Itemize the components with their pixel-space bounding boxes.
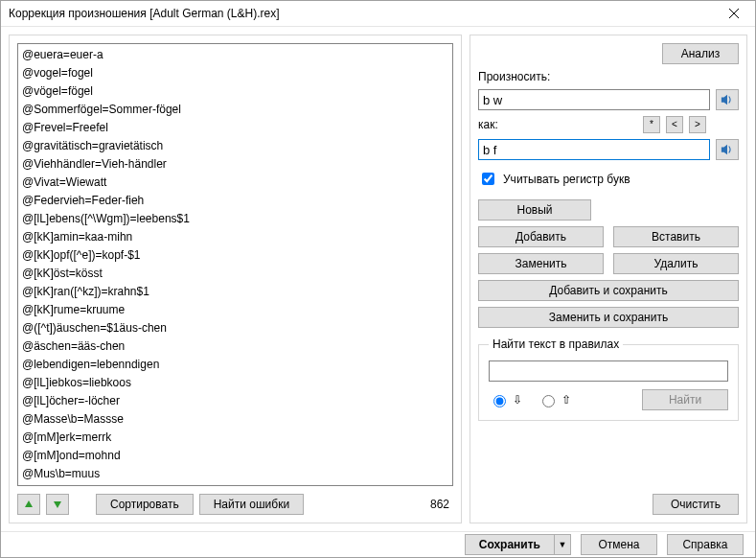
list-item[interactable]: @gravitätisch=gravietätisch: [22, 137, 448, 155]
list-item[interactable]: @[kK]öst=kösst: [22, 265, 448, 283]
list-item[interactable]: @[kK]ran([^kz])=krahn$1: [22, 283, 448, 301]
titlebar: Коррекция произношения [Adult German (L&…: [1, 1, 755, 27]
list-item[interactable]: @[kK]rume=kruume: [22, 301, 448, 319]
arrow-down-icon: [53, 500, 62, 509]
pronounce-input[interactable]: [478, 89, 710, 110]
case-sensitive-label[interactable]: Учитывать регистр букв: [503, 173, 630, 186]
add-button[interactable]: Добавить: [478, 226, 604, 247]
close-button[interactable]: [715, 1, 753, 26]
list-item[interactable]: @Masse\b=Massse: [22, 410, 448, 429]
arrow-up-icon: [24, 500, 34, 509]
search-down-radio-input[interactable]: [493, 395, 506, 407]
as-input[interactable]: [478, 139, 710, 160]
case-sensitive-checkbox[interactable]: [482, 173, 494, 185]
svg-marker-4: [722, 95, 727, 105]
find-group: Найти текст в правилах ⇩ ⇧ Найти: [478, 337, 739, 421]
window-title: Коррекция произношения [Adult German (L&…: [9, 7, 715, 20]
list-item[interactable]: @[kK]opf([^e])=kopf-$1: [22, 246, 448, 265]
replace-save-button[interactable]: Заменить и сохранить: [478, 307, 739, 328]
pronounce-label: Произносить:: [478, 70, 739, 83]
speaker-icon: [721, 93, 734, 106]
list-item[interactable]: @Vivat=Wiewatt: [22, 174, 448, 192]
dialog-window: Коррекция произношения [Adult German (L&…: [0, 0, 756, 558]
list-item[interactable]: @Viehhändler=Vieh-händler: [22, 155, 448, 174]
list-item[interactable]: @äschen=ääs-chen: [22, 337, 448, 356]
list-item[interactable]: @Frevel=Freefel: [22, 119, 448, 137]
list-item[interactable]: @Sommerfögel=Sommer-fögel: [22, 101, 448, 119]
speak-as-button[interactable]: [716, 139, 739, 160]
list-item[interactable]: @Mus\b=muus: [22, 465, 448, 483]
list-item[interactable]: @euera=euer-a: [22, 46, 448, 64]
list-item[interactable]: @[kK]amin=kaa-mihn: [22, 228, 448, 246]
delete-button[interactable]: Удалить: [613, 253, 739, 274]
search-up-radio[interactable]: ⇧: [538, 392, 571, 407]
cancel-button[interactable]: Отмена: [581, 534, 657, 555]
list-item[interactable]: @lebendigen=lebenndigen: [22, 356, 448, 374]
next-button[interactable]: >: [689, 116, 706, 133]
as-label: как:: [478, 118, 498, 131]
clear-button[interactable]: Очистить: [653, 494, 739, 515]
find-input[interactable]: [489, 360, 728, 382]
list-item[interactable]: @vögel=fögel: [22, 82, 448, 101]
list-item[interactable]: @Federvieh=Feder-fieh: [22, 192, 448, 210]
new-button[interactable]: Новый: [478, 199, 591, 221]
content-area: @euera=euer-a@vogel=fogel@vögel=fögel@So…: [1, 27, 755, 531]
footer-bar: Сохранить ▼ Отмена Справка: [1, 531, 755, 557]
svg-marker-5: [722, 145, 727, 155]
find-button[interactable]: Найти: [642, 389, 728, 410]
left-pane: @euera=euer-a@vogel=fogel@vögel=fögel@So…: [9, 35, 462, 523]
save-dropdown[interactable]: ▼: [554, 534, 571, 555]
speaker-icon: [721, 143, 734, 156]
speak-pronounce-button[interactable]: [716, 89, 739, 110]
list-item[interactable]: @[lL]iebkos=liebkoos: [22, 374, 448, 392]
svg-marker-3: [54, 501, 61, 508]
analysis-button[interactable]: Анализ: [662, 43, 739, 64]
find-group-legend: Найти текст в правилах: [489, 337, 623, 351]
search-down-radio[interactable]: ⇩: [489, 392, 522, 407]
sort-button[interactable]: Сортировать: [96, 494, 194, 515]
rules-listbox[interactable]: @euera=euer-a@vogel=fogel@vögel=fögel@So…: [17, 43, 453, 486]
list-item[interactable]: @([^t])äuschen=$1äus-chen: [22, 319, 448, 337]
find-errors-button[interactable]: Найти ошибки: [199, 494, 304, 515]
prev-button[interactable]: <: [666, 116, 683, 133]
regex-helper-button[interactable]: *: [643, 116, 660, 133]
search-up-radio-input[interactable]: [542, 395, 555, 407]
arrow-down-icon: ⇩: [513, 393, 522, 407]
list-item[interactable]: @[mM]ond=mohnd: [22, 447, 448, 465]
replace-button[interactable]: Заменить: [478, 253, 604, 274]
help-button[interactable]: Справка: [667, 534, 744, 555]
list-item[interactable]: @[lL]öcher=-löcher: [22, 392, 448, 410]
close-icon: [729, 9, 739, 18]
list-item[interactable]: @vogel=fogel: [22, 64, 448, 82]
rules-count: 862: [430, 498, 449, 511]
save-split-button[interactable]: Сохранить ▼: [465, 534, 571, 555]
arrow-up-icon: ⇧: [561, 393, 571, 407]
move-down-button[interactable]: [46, 494, 69, 515]
list-item[interactable]: @[lL]ebens([^\Wgm])=leebens$1: [22, 210, 448, 228]
save-button[interactable]: Сохранить: [465, 534, 554, 555]
left-toolbar: Сортировать Найти ошибки 862: [17, 494, 453, 515]
add-save-button[interactable]: Добавить и сохранить: [478, 280, 739, 301]
svg-marker-2: [25, 500, 33, 507]
insert-button[interactable]: Вставить: [613, 226, 739, 247]
right-pane: Анализ Произносить: как: * < >: [470, 35, 747, 523]
move-up-button[interactable]: [17, 494, 40, 515]
list-item[interactable]: @[mM]erk=merrk: [22, 429, 448, 447]
